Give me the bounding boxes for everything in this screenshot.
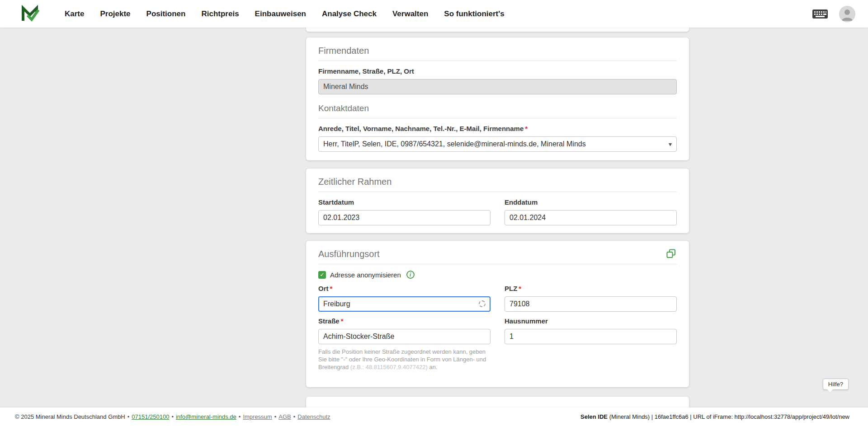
enddatum-field: Enddatum: [505, 198, 677, 225]
date-grid: Startdatum Enddatum: [318, 198, 677, 225]
nav-item-positionen[interactable]: Positionen: [146, 9, 186, 19]
hausnummer-field: Hausnummer: [505, 317, 677, 344]
address-grid-row1: Ort* PLZ*: [318, 285, 677, 312]
bullet-separator: •: [127, 413, 130, 420]
info-icon[interactable]: i: [406, 271, 415, 279]
bullet-separator: •: [171, 413, 174, 420]
strasse-field: Straße*: [318, 317, 491, 344]
user-avatar[interactable]: [839, 6, 855, 22]
footer-email-link[interactable]: info@mineral-minds.de: [176, 413, 236, 420]
divider: [318, 264, 677, 264]
contact-label: Anrede, Titel, Vorname, Nachname, Tel.-N…: [318, 125, 677, 133]
hausnummer-label: Hausnummer: [505, 317, 677, 325]
anonymize-row: ✓ Adresse anonymisieren i: [318, 271, 677, 279]
footer-datenschutz-link[interactable]: Datenschutz: [297, 413, 330, 420]
footer-phone-link[interactable]: 07151/250100: [132, 413, 169, 420]
bullet-separator: •: [239, 413, 241, 420]
ort-input[interactable]: [318, 296, 491, 312]
nav-item-verwalten[interactable]: Verwalten: [392, 9, 428, 19]
enddatum-label: Enddatum: [505, 198, 677, 206]
hausnummer-input[interactable]: [505, 329, 677, 344]
plz-field: PLZ*: [505, 285, 677, 312]
bullet-separator: •: [274, 413, 277, 420]
ort-label: Ort*: [318, 285, 491, 293]
logo-icon: [20, 5, 39, 23]
top-nav-bar: Karte Projekte Positionen Richtpreis Ein…: [0, 0, 868, 28]
keyboard-icon[interactable]: [812, 9, 828, 19]
app-name: Selen IDE: [580, 413, 608, 420]
company-label: Firmenname, Straße, PLZ, Ort: [318, 67, 677, 75]
startdatum-input[interactable]: [318, 210, 491, 225]
strasse-helper-text: Falls die Position keiner Straße zugeord…: [318, 348, 492, 371]
startdatum-field: Startdatum: [318, 198, 491, 225]
plz-input[interactable]: [505, 296, 677, 312]
app-info: (Mineral Minds) | 16fae1ffc6a6 | URL of …: [608, 413, 849, 420]
copyright-text: © 2025 Mineral Minds Deutschland GmbH: [15, 413, 125, 420]
card-partial-top: [306, 28, 689, 32]
required-marker: *: [330, 285, 333, 292]
card-title-zeitraum: Zeitlicher Rahmen: [318, 177, 677, 187]
nav-item-karte[interactable]: Karte: [65, 9, 84, 19]
footer: © 2025 Mineral Minds Deutschland GmbH • …: [0, 407, 868, 426]
card-firmendaten: Firmendaten Firmenname, Straße, PLZ, Ort…: [306, 37, 689, 160]
card-title-firmendaten: Firmendaten: [318, 46, 677, 56]
strasse-label-text: Straße: [318, 317, 340, 325]
main-nav: Karte Projekte Positionen Richtpreis Ein…: [65, 9, 505, 19]
plz-label: PLZ*: [505, 285, 677, 293]
loading-spinner-icon: [479, 300, 486, 307]
contact-label-text: Anrede, Titel, Vorname, Nachname, Tel.-N…: [318, 125, 524, 132]
required-marker: *: [341, 317, 344, 325]
plz-label-text: PLZ: [505, 285, 517, 292]
chevron-down-icon: ▾: [669, 140, 672, 148]
card-ausfuehrungsort: Ausführungsort ✓ Adresse anonymisieren i…: [306, 241, 689, 387]
required-marker: *: [525, 125, 528, 132]
nav-item-einbauweisen[interactable]: Einbauweisen: [255, 9, 306, 19]
card-title-ausfuehrungsort: Ausführungsort: [318, 249, 677, 259]
copy-icon[interactable]: [666, 249, 676, 258]
divider: [318, 118, 677, 118]
info-icon-letter: i: [410, 272, 411, 278]
nav-item-so-funktionierts[interactable]: So funktioniert's: [444, 9, 504, 19]
helper-suffix: an.: [428, 364, 438, 370]
footer-agb-link[interactable]: AGB: [278, 413, 291, 420]
address-grid-row2: Straße* Hausnummer: [318, 317, 677, 344]
help-button[interactable]: Hilfe?: [823, 379, 849, 390]
bullet-separator: •: [293, 413, 296, 420]
nav-item-projekte[interactable]: Projekte: [100, 9, 130, 19]
header-actions: [812, 6, 855, 22]
mineral-minds-logo[interactable]: [20, 5, 39, 23]
anonymize-label[interactable]: Adresse anonymisieren: [330, 271, 401, 279]
divider: [318, 61, 677, 61]
nav-item-analyse-check[interactable]: Analyse Check: [322, 9, 377, 19]
ort-label-text: Ort: [318, 285, 329, 292]
footer-left: © 2025 Mineral Minds Deutschland GmbH • …: [15, 413, 330, 420]
footer-debug-info: Selen IDE (Mineral Minds) | 16fae1ffc6a6…: [580, 413, 849, 420]
helper-coords: (z.B.: 48.8115607,9.4077422): [350, 364, 428, 370]
company-input: [318, 79, 677, 94]
strasse-label: Straße*: [318, 317, 491, 325]
card-zeitlicher-rahmen: Zeitlicher Rahmen Startdatum Enddatum: [306, 169, 689, 233]
kontaktdaten-title: Kontaktdaten: [318, 103, 677, 113]
nav-item-richtpreis[interactable]: Richtpreis: [201, 9, 239, 19]
contact-select-value: Herr, TitelP, Selen, IDE, 0987/654321, s…: [323, 140, 586, 148]
enddatum-input[interactable]: [505, 210, 677, 225]
anonymize-checkbox[interactable]: ✓: [318, 271, 326, 279]
required-marker: *: [519, 285, 521, 292]
card-partial-bottom: [306, 397, 689, 407]
contact-select[interactable]: Herr, TitelP, Selen, IDE, 0987/654321, s…: [318, 136, 677, 152]
ort-input-wrap: [318, 296, 491, 312]
startdatum-label: Startdatum: [318, 198, 491, 206]
divider: [318, 192, 677, 192]
strasse-input[interactable]: [318, 329, 491, 344]
footer-impressum-link[interactable]: Impressum: [243, 413, 272, 420]
check-icon: ✓: [320, 272, 324, 278]
ort-field: Ort*: [318, 285, 491, 312]
